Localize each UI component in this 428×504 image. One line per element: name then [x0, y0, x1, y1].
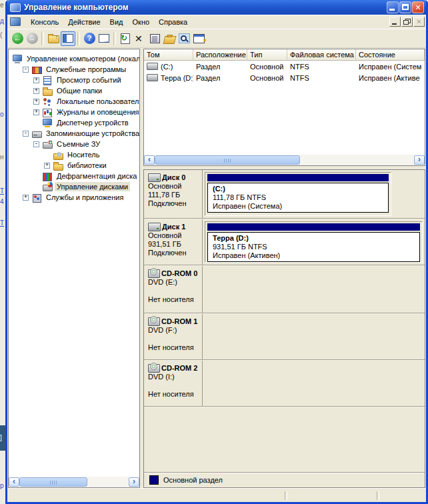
refresh-button[interactable]	[118, 31, 133, 46]
scroll-right-button[interactable]: ›	[129, 477, 139, 487]
disk-1-partition[interactable]: Терра (D:) 931,51 ГБ NTFS Исправен (Акти…	[205, 221, 423, 263]
tree-item-libraries[interactable]: + библиотеки	[9, 160, 139, 171]
manage-button[interactable]	[191, 31, 206, 46]
tree-item-shared-folders[interactable]: + Общие папки	[9, 85, 139, 96]
disk-1-row[interactable]: Диск 1 Основной 931,51 ГБ Подключен Терр…	[144, 219, 425, 266]
forward-button[interactable]	[25, 31, 39, 46]
shared-folders-icon	[42, 86, 53, 96]
tree-item-media[interactable]: Носитель	[9, 149, 139, 160]
column-header-layout[interactable]: Расположение	[193, 49, 247, 61]
column-header-status[interactable]: Состояние	[356, 49, 425, 61]
tree-item-local-users[interactable]: + Локальные пользователи	[9, 96, 139, 107]
up-one-level-button[interactable]	[46, 31, 61, 46]
expand-toggle[interactable]: +	[33, 99, 42, 105]
delete-button[interactable]	[133, 31, 147, 46]
scroll-left-button[interactable]: ‹	[9, 477, 19, 487]
mdi-child-icon[interactable]	[10, 17, 21, 26]
delete-icon	[135, 33, 145, 44]
status-bar	[7, 488, 426, 502]
expand-toggle[interactable]: +	[33, 77, 42, 83]
scroll-left-button[interactable]: ‹	[144, 155, 155, 165]
tree-item-performance-logs[interactable]: + Журналы и оповещения пр	[9, 107, 139, 117]
back-button[interactable]	[10, 31, 25, 46]
device-manager-icon	[42, 118, 53, 128]
maximize-button[interactable]	[399, 1, 411, 13]
cdrom-0-row[interactable]: CD-ROM 0 DVD (E:) Нет носителя	[144, 266, 425, 314]
manage-window-icon	[193, 34, 205, 43]
collapse-toggle[interactable]: -	[23, 131, 31, 137]
bg-selected-block: ]	[0, 425, 5, 451]
cdrom-icon	[148, 364, 160, 373]
users-icon	[42, 97, 53, 107]
menu-help[interactable]: Справка	[154, 17, 192, 27]
scrollbar-thumb[interactable]	[19, 477, 87, 487]
toolbar-separator	[41, 32, 44, 45]
cdrom-0-info[interactable]: CD-ROM 0 DVD (E:) Нет носителя	[144, 266, 203, 313]
toolbar	[7, 29, 426, 48]
properties-button[interactable]	[147, 31, 162, 46]
cdrom-2-info[interactable]: CD-ROM 2 DVD (I:) Нет носителя	[144, 361, 203, 406]
open-button[interactable]	[162, 31, 177, 46]
tree-item-disk-defragmenter[interactable]: Дефрагментация диска	[9, 171, 139, 181]
volume-row-d[interactable]: Терра (D:) Раздел Основной NTFS Исправен…	[144, 72, 425, 83]
toolbar-separator	[113, 32, 116, 45]
up-folder-icon	[48, 35, 59, 43]
menu-console[interactable]: Консоль	[26, 17, 63, 27]
menu-view[interactable]: Вид	[105, 17, 128, 27]
disk-1-info[interactable]: Диск 1 Основной 931,51 ГБ Подключен	[144, 219, 203, 265]
scrollbar-thumb[interactable]	[155, 155, 300, 165]
help-button[interactable]	[82, 31, 97, 46]
column-header-filesystem[interactable]: Файловая система	[287, 49, 356, 61]
cdrom-1-row[interactable]: CD-ROM 1 DVD (F:) Нет носителя	[144, 314, 425, 361]
bg-text-fragment: д	[0, 17, 5, 25]
tree-horizontal-scrollbar[interactable]: ‹ ›	[9, 477, 139, 487]
expand-toggle[interactable]: +	[23, 195, 31, 201]
list-horizontal-scrollbar[interactable]: ‹ ›	[144, 155, 425, 165]
cdrom-1-info[interactable]: CD-ROM 1 DVD (F:) Нет носителя	[144, 314, 203, 359]
expand-toggle[interactable]: +	[33, 88, 42, 94]
status-separator	[377, 491, 379, 500]
tree-item-computer-management[interactable]: Управление компьютером (локаль	[9, 53, 139, 64]
status-separator	[285, 491, 287, 500]
collapse-toggle[interactable]: -	[33, 141, 42, 147]
minimize-button[interactable]	[387, 1, 399, 13]
find-button[interactable]	[177, 31, 191, 46]
mdi-restore-button[interactable]	[401, 17, 413, 27]
close-button[interactable]	[412, 1, 424, 13]
disk-0-partition[interactable]: (C:) 111,78 ГБ NTFS Исправен (Система)	[205, 172, 391, 216]
column-header-type[interactable]: Тип	[247, 49, 287, 61]
volume-icon	[147, 63, 158, 70]
mdi-close-button[interactable]	[413, 17, 425, 27]
mdi-minimize-button[interactable]	[389, 17, 401, 27]
title-bar[interactable]: Управление компьютером	[7, 0, 426, 15]
disk-0-info[interactable]: Диск 0 Основной 111,78 ГБ Подключен	[144, 170, 203, 218]
tree-item-system-tools[interactable]: - Служебные программы	[9, 64, 139, 75]
defragmenter-icon	[42, 171, 53, 181]
tree-item-disk-management[interactable]: Управление дисками	[9, 181, 139, 192]
cdrom-0-graph	[203, 266, 425, 313]
tree-item-services[interactable]: + Службы и приложения	[9, 192, 139, 203]
disk-management-icon	[42, 182, 53, 192]
tree-item-event-viewer[interactable]: + Просмотр событий	[9, 75, 139, 85]
magnifier-icon	[179, 33, 190, 43]
collapse-toggle[interactable]: -	[23, 67, 31, 73]
console-tree-icon	[63, 34, 73, 43]
tree-item-device-manager[interactable]: Диспетчер устройств	[9, 117, 139, 128]
hard-disk-icon	[148, 223, 161, 231]
menu-action[interactable]: Действие	[63, 17, 105, 27]
export-list-button[interactable]	[97, 31, 111, 46]
cdrom-2-row[interactable]: CD-ROM 2 DVD (I:) Нет носителя	[144, 361, 425, 407]
expand-toggle[interactable]: +	[44, 163, 53, 169]
tree-item-storage[interactable]: - Запоминающие устройства	[9, 128, 139, 139]
volume-row-c[interactable]: (C:) Раздел Основной NTFS Исправен (Сист…	[144, 61, 425, 72]
show-hide-tree-button[interactable]	[61, 31, 75, 46]
disk-1-graph: Терра (D:) 931,51 ГБ NTFS Исправен (Акти…	[203, 219, 425, 265]
scroll-right-button[interactable]: ›	[414, 155, 425, 165]
column-header-volume[interactable]: Том	[144, 49, 193, 61]
bg-text-fragment: Т	[0, 187, 5, 195]
expand-toggle[interactable]: +	[33, 109, 42, 115]
tree-item-removable-storage[interactable]: - Съемные ЗУ	[9, 139, 139, 149]
storage-icon	[31, 129, 42, 139]
disk-0-row[interactable]: Диск 0 Основной 111,78 ГБ Подключен (C:)…	[144, 170, 425, 219]
menu-window[interactable]: Окно	[128, 17, 155, 27]
